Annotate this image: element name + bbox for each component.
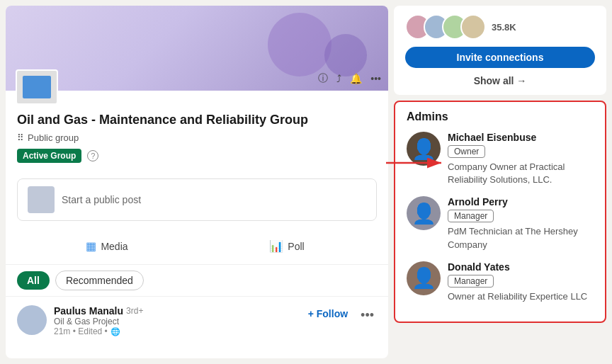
admin-name-michael: Michael Eisenbuse bbox=[448, 132, 594, 143]
group-logo bbox=[16, 69, 58, 105]
post-user-info: Paulus Manalu 3rd+ Oil & Gas Project 21m… bbox=[54, 305, 298, 336]
post-more-button[interactable]: ••• bbox=[358, 305, 377, 326]
left-panel: ⓘ ⤴ 🔔 ••• Oil and Gas - Maintenance and … bbox=[6, 6, 388, 358]
share-icon[interactable]: ⤴ bbox=[336, 73, 341, 84]
admin-desc-michael: Company Owner at Practical Reliability S… bbox=[448, 161, 594, 186]
post-user-degree: 3rd+ bbox=[126, 306, 143, 316]
post-placeholder[interactable]: Start a public post bbox=[62, 194, 366, 205]
admin-avatar-arnold-icon: 👤 bbox=[412, 202, 436, 225]
globe-icon: 🌐 bbox=[110, 327, 120, 336]
admin-info-donald: Donald Yates Manager Owner at Reliabilit… bbox=[448, 261, 594, 303]
admin-avatar-arnold: 👤 bbox=[407, 196, 441, 230]
admin-desc-donald: Owner at Reliability Expertice LLC bbox=[448, 290, 594, 303]
admin-avatar-donald-icon: 👤 bbox=[412, 266, 436, 290]
banner-circle-1 bbox=[268, 13, 332, 76]
post-meta: 21m • Edited • 🌐 bbox=[54, 326, 298, 336]
admin-name-donald: Donald Yates bbox=[448, 261, 594, 273]
post-item: Paulus Manalu 3rd+ Oil & Gas Project 21m… bbox=[6, 296, 388, 345]
group-actions: ⓘ ⤴ 🔔 ••• bbox=[318, 72, 381, 85]
tab-all[interactable]: All bbox=[17, 271, 50, 290]
admin-desc-arnold: PdM Technician at The Hershey Company bbox=[448, 225, 594, 251]
admin-role-donald: Manager bbox=[448, 275, 494, 288]
admin-item-donald: 👤 Donald Yates Manager Owner at Reliabil… bbox=[407, 261, 594, 303]
right-panel: 35.8K Invite connections Show all → Admi… bbox=[394, 6, 606, 358]
media-button[interactable]: ▦ Media bbox=[17, 234, 197, 258]
bell-icon[interactable]: 🔔 bbox=[350, 73, 362, 84]
post-avatar bbox=[28, 186, 55, 213]
post-user-name: Paulus Manalu bbox=[54, 305, 123, 317]
conn-avatar-4 bbox=[460, 14, 486, 40]
connections-box: 35.8K Invite connections Show all → bbox=[394, 6, 606, 95]
admins-box: Admins 👤 Michael Eisenbuse Owner Company… bbox=[394, 101, 606, 323]
poll-button[interactable]: 📊 Poll bbox=[197, 234, 377, 258]
media-icon: ▦ bbox=[86, 239, 96, 253]
banner-circle-2 bbox=[324, 34, 367, 76]
admin-item-owner: 👤 Michael Eisenbuse Owner Company Owner … bbox=[407, 132, 594, 186]
invite-connections-button[interactable]: Invite connections bbox=[405, 47, 595, 68]
poll-icon: 📊 bbox=[269, 239, 283, 253]
active-badge: Active Group bbox=[17, 149, 81, 163]
show-all-link[interactable]: Show all → bbox=[405, 75, 595, 86]
post-actions: ▦ Media 📊 Poll bbox=[6, 228, 388, 264]
admin-item-arnold: 👤 Arnold Perry Manager PdM Technician at… bbox=[407, 196, 594, 251]
admin-name-arnold: Arnold Perry bbox=[448, 196, 594, 207]
group-type-icon: ⠿ bbox=[17, 132, 24, 143]
group-banner: ⓘ ⤴ 🔔 ••• bbox=[6, 6, 388, 91]
group-type: ⠿ Public group bbox=[17, 132, 377, 143]
admin-avatar-michael-icon: 👤 bbox=[412, 137, 436, 161]
help-icon[interactable]: ? bbox=[87, 150, 98, 161]
admin-role-arnold: Manager bbox=[448, 210, 494, 222]
admin-info-arnold: Arnold Perry Manager PdM Technician at T… bbox=[448, 196, 594, 251]
group-type-label: Public group bbox=[28, 132, 79, 143]
admin-info-michael: Michael Eisenbuse Owner Company Owner at… bbox=[448, 132, 594, 186]
post-user-sub: Oil & Gas Project bbox=[54, 317, 298, 326]
info-icon[interactable]: ⓘ bbox=[318, 72, 328, 85]
post-box[interactable]: Start a public post bbox=[17, 178, 377, 221]
admins-title: Admins bbox=[407, 110, 594, 123]
more-icon[interactable]: ••• bbox=[370, 73, 381, 84]
group-info: Oil and Gas - Maintenance and Reliabilit… bbox=[6, 91, 388, 171]
admin-avatar-michael: 👤 bbox=[407, 132, 441, 166]
tab-recommended[interactable]: Recommended bbox=[55, 271, 144, 290]
poll-label: Poll bbox=[288, 241, 304, 252]
admin-role-michael: Owner bbox=[448, 145, 485, 158]
post-user-avatar bbox=[17, 305, 47, 335]
media-label: Media bbox=[101, 241, 128, 252]
post-time: 21m • Edited • bbox=[54, 326, 108, 336]
admin-avatar-donald: 👤 bbox=[407, 261, 441, 295]
connections-avatars: 35.8K bbox=[405, 14, 595, 40]
follow-button[interactable]: + Follow bbox=[305, 305, 351, 322]
filter-tabs: All Recommended bbox=[6, 264, 388, 296]
connections-count: 35.8K bbox=[492, 22, 516, 33]
group-title: Oil and Gas - Maintenance and Reliabilit… bbox=[17, 112, 377, 128]
